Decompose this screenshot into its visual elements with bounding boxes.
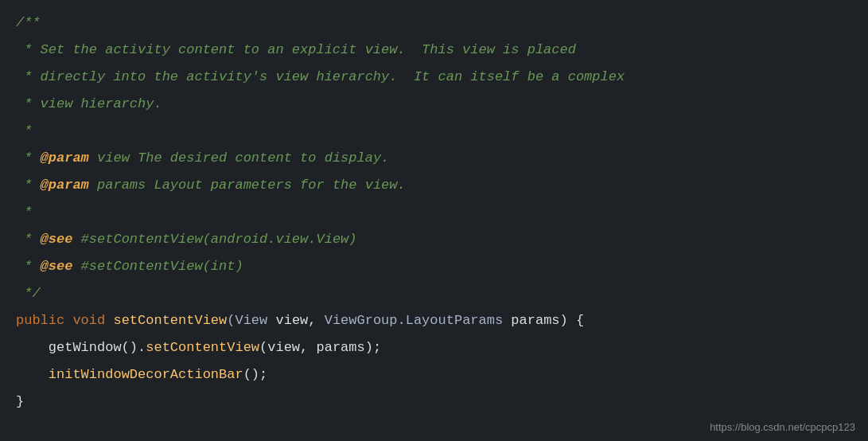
watermark: https://blog.csdn.net/cpcpcp123 bbox=[710, 421, 855, 433]
code-line-9: * @see #setContentView(android.view.View… bbox=[16, 226, 868, 253]
code-line-15: } bbox=[16, 388, 868, 416]
code-editor: /** * Set the activity content to an exp… bbox=[0, 0, 868, 441]
code-line-6: * @param view The desired content to dis… bbox=[16, 145, 868, 172]
code-line-12: public void setContentView(View view, Vi… bbox=[16, 307, 868, 334]
code-line-11: */ bbox=[16, 280, 868, 307]
code-line-2: * Set the activity content to an explici… bbox=[16, 37, 868, 64]
code-line-7: * @param params Layout parameters for th… bbox=[16, 172, 868, 199]
code-line-8: * bbox=[16, 199, 868, 226]
code-line-10: * @see #setContentView(int) bbox=[16, 253, 868, 280]
code-line-4: * view hierarchy. bbox=[16, 91, 868, 118]
code-line-14: initWindowDecorActionBar(); bbox=[16, 361, 868, 388]
code-line-3: * directly into the activity's view hier… bbox=[16, 64, 868, 91]
code-line-5: * bbox=[16, 118, 868, 145]
code-line-1: /** bbox=[16, 10, 868, 37]
code-line-13: getWindow().setContentView(view, params)… bbox=[16, 334, 868, 361]
